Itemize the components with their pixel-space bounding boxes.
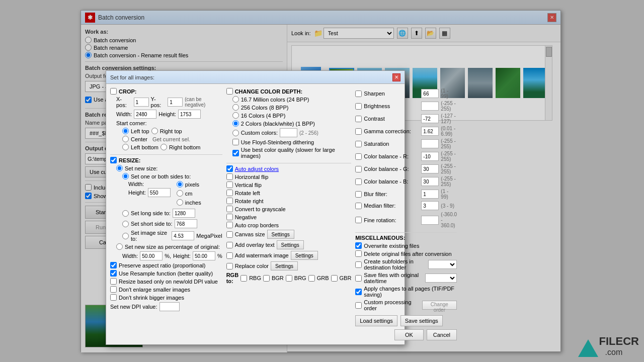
replace-color-checkbox[interactable] — [226, 263, 233, 269]
crop-width-input[interactable] — [134, 110, 156, 119]
color-r-checkbox[interactable] — [355, 153, 362, 160]
dont-shrink-checkbox[interactable] — [110, 294, 117, 301]
sharpen-input[interactable] — [421, 89, 439, 98]
blur-input[interactable] — [421, 190, 439, 199]
crop-checkbox[interactable] — [110, 88, 117, 95]
image-size-radio[interactable] — [122, 233, 129, 239]
saturation-input[interactable] — [421, 139, 439, 148]
watermark-checkbox[interactable] — [226, 252, 233, 259]
pct-height-input[interactable] — [193, 251, 215, 260]
grayscale-checkbox[interactable] — [226, 206, 233, 212]
saturation-checkbox[interactable] — [355, 141, 362, 147]
overlay-settings-button[interactable]: Settings — [277, 240, 304, 249]
color-b-checkbox[interactable] — [355, 178, 362, 185]
color-b-input[interactable] — [421, 177, 439, 186]
median-checkbox[interactable] — [355, 203, 362, 209]
inches-radio[interactable] — [177, 199, 183, 206]
custom-radio[interactable] — [232, 130, 239, 136]
best-color-checkbox[interactable] — [232, 150, 239, 156]
image-size-input[interactable] — [172, 231, 194, 240]
change-order-button[interactable]: Change order — [422, 301, 457, 310]
y-pos-input[interactable] — [168, 98, 183, 107]
horiz-flip-checkbox[interactable] — [226, 173, 233, 180]
canvas-settings-button[interactable]: Settings — [267, 230, 294, 239]
fine-rotation-input[interactable] — [421, 216, 439, 225]
brightness-checkbox[interactable] — [355, 103, 362, 110]
cancel-dialog-button[interactable]: Cancel — [427, 329, 457, 340]
cm-radio[interactable] — [177, 190, 183, 197]
save-settings-button[interactable]: Save settings — [400, 315, 443, 326]
center-radio[interactable] — [122, 136, 129, 142]
pct-radio[interactable] — [116, 243, 123, 250]
grb-checkbox[interactable] — [308, 275, 315, 282]
create-subfolders-checkbox[interactable] — [355, 261, 362, 268]
left-top-radio[interactable] — [122, 128, 129, 134]
color-depth-checkbox[interactable] — [226, 88, 233, 95]
replace-color-settings-button[interactable]: Settings — [271, 261, 298, 270]
load-settings-button[interactable]: Load settings — [355, 315, 397, 326]
long-side-radio[interactable] — [122, 210, 129, 217]
auto-crop-checkbox[interactable] — [226, 222, 233, 228]
vert-flip-checkbox[interactable] — [226, 182, 233, 188]
dont-enlarge-checkbox[interactable] — [110, 286, 117, 293]
create-subfolders-dropdown[interactable] — [428, 260, 457, 269]
apply-changes-checkbox[interactable] — [355, 289, 362, 295]
ok-button[interactable]: OK — [394, 329, 424, 340]
crop-height-input[interactable] — [178, 110, 201, 119]
auto-adjust-label[interactable]: Auto adjust colors — [235, 166, 279, 172]
gamma-checkbox[interactable] — [355, 128, 362, 135]
floyd-checkbox[interactable] — [232, 139, 239, 145]
fine-rotation-checkbox[interactable] — [355, 217, 362, 223]
left-bottom-radio[interactable] — [122, 144, 129, 150]
brightness-input[interactable] — [421, 102, 439, 111]
16m-radio[interactable] — [232, 96, 239, 103]
save-date-dropdown[interactable] — [425, 274, 457, 283]
auto-adjust-checkbox[interactable] — [226, 165, 233, 172]
bgr-checkbox[interactable] — [263, 275, 270, 282]
2-radio[interactable] — [232, 120, 239, 127]
contrast-input[interactable] — [421, 114, 439, 123]
rbg-checkbox[interactable] — [240, 275, 247, 282]
gamma-input[interactable] — [421, 127, 439, 136]
use-resample-checkbox[interactable] — [110, 270, 117, 277]
right-bottom-radio[interactable] — [160, 144, 167, 150]
blur-checkbox[interactable] — [355, 191, 362, 198]
right-top-radio[interactable] — [151, 128, 158, 134]
overlay-text-checkbox[interactable] — [226, 242, 233, 248]
short-side-input[interactable] — [175, 219, 197, 228]
256-radio[interactable] — [232, 104, 239, 111]
delete-originals-checkbox[interactable] — [355, 250, 362, 257]
pct-width-input[interactable] — [140, 251, 163, 260]
16-radio[interactable] — [232, 112, 239, 119]
dialog-close-button[interactable]: ✕ — [392, 73, 400, 81]
color-g-input[interactable] — [421, 164, 439, 173]
color-r-input[interactable] — [421, 152, 439, 161]
rotate-left-checkbox[interactable] — [226, 190, 233, 196]
canvas-checkbox[interactable] — [226, 231, 233, 238]
long-side-input[interactable] — [173, 209, 195, 218]
set-new-size-radio[interactable] — [116, 165, 123, 171]
rotate-right-checkbox[interactable] — [226, 198, 233, 204]
set-one-both-radio[interactable] — [122, 173, 129, 179]
x-pos-input[interactable] — [134, 98, 149, 107]
median-input[interactable] — [421, 201, 439, 210]
pixels-radio[interactable] — [177, 181, 183, 188]
color-g-checkbox[interactable] — [355, 166, 362, 172]
preserve-ratio-checkbox[interactable] — [110, 262, 117, 268]
negative-checkbox[interactable] — [226, 214, 233, 220]
sharpen-checkbox[interactable] — [355, 90, 362, 97]
resize-checkbox[interactable] — [110, 157, 117, 163]
create-subfolders-label: Create subfolders in destination folder — [364, 258, 426, 270]
gbr-checkbox[interactable] — [331, 275, 338, 282]
resize-dpi-checkbox[interactable] — [110, 278, 117, 285]
save-date-checkbox[interactable] — [355, 275, 362, 282]
watermark-settings-button[interactable]: Settings — [291, 251, 318, 260]
short-side-radio[interactable] — [122, 221, 129, 227]
overwrite-checkbox[interactable] — [355, 242, 362, 249]
custom-colors-input[interactable] — [280, 128, 297, 137]
contrast-checkbox[interactable] — [355, 116, 362, 122]
custom-order-checkbox[interactable] — [355, 302, 362, 309]
brg-checkbox[interactable] — [286, 275, 292, 282]
resize-height-input[interactable] — [148, 188, 171, 197]
set-dpi-input[interactable] — [159, 302, 180, 311]
